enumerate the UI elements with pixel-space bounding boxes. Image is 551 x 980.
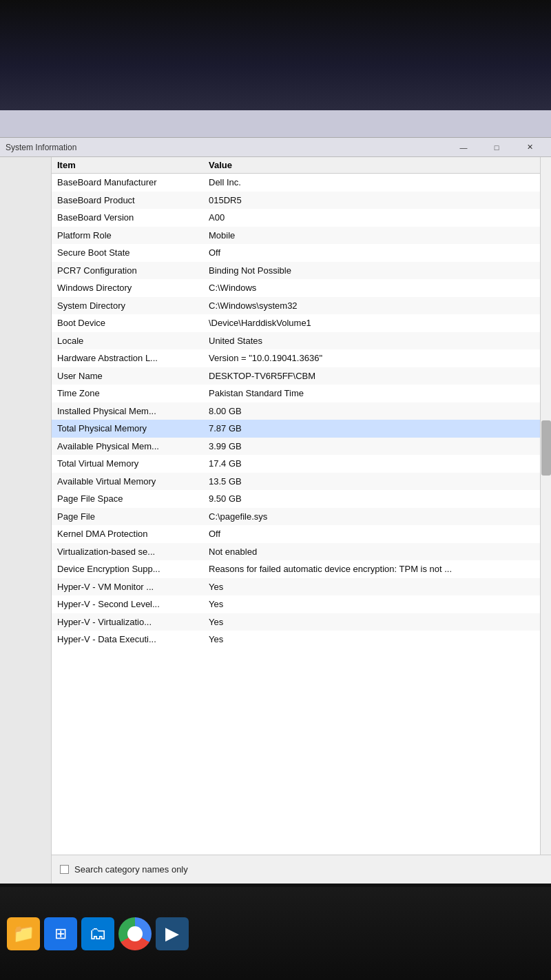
table-cell-item: Virtualization-based se...	[52, 543, 203, 561]
table-row[interactable]: Page FileC:\pagefile.sys	[52, 508, 540, 526]
maximize-button[interactable]: □	[481, 141, 512, 154]
table-cell-value: 9.50 GB	[203, 490, 540, 508]
table-cell-value: Version = "10.0.19041.3636"	[203, 349, 540, 367]
table-cell-item: Hyper-V - Virtualizatio...	[52, 613, 203, 631]
table-cell-item: Hyper-V - Second Level...	[52, 595, 203, 613]
table-cell-value: 7.87 GB	[203, 420, 540, 438]
table-cell-value: Yes	[203, 631, 540, 649]
table-cell-value: Off	[203, 525, 540, 543]
table-cell-item: Available Physical Mem...	[52, 438, 203, 456]
table-row[interactable]: Hyper-V - Virtualizatio...Yes	[52, 613, 540, 631]
table-cell-item: Device Encryption Supp...	[52, 560, 203, 578]
taskbar-icon-chrome[interactable]	[118, 917, 152, 950]
table-cell-item: Kernel DMA Protection	[52, 525, 203, 543]
table-row[interactable]: BaseBoard ManufacturerDell Inc.	[52, 174, 540, 192]
table-row[interactable]: System DirectoryC:\Windows\system32	[52, 297, 540, 315]
table-cell-item: Locale	[52, 332, 203, 350]
table-cell-value: C:\pagefile.sys	[203, 508, 540, 526]
table-cell-value: C:\Windows	[203, 279, 540, 297]
taskbar-icon-file-explorer[interactable]: 📁	[7, 917, 40, 950]
table-row[interactable]: BaseBoard Product015DR5	[52, 192, 540, 210]
table-cell-value: \Device\HarddiskVolume1	[203, 314, 540, 332]
table-cell-item: Total Virtual Memory	[52, 455, 203, 473]
table-cell-item: PCR7 Configuration	[52, 262, 203, 280]
table-cell-item: Hyper-V - Data Executi...	[52, 631, 203, 649]
table-cell-item: Boot Device	[52, 314, 203, 332]
table-row[interactable]: Installed Physical Mem...8.00 GB	[52, 402, 540, 420]
table-row[interactable]: Time ZonePakistan Standard Time	[52, 385, 540, 402]
table-row[interactable]: Secure Boot StateOff	[52, 244, 540, 262]
scrollbar-thumb[interactable]	[541, 420, 551, 476]
table-cell-value: DESKTOP-TV6R5FF\CBM	[203, 367, 540, 385]
table-cell-item: BaseBoard Version	[52, 209, 203, 227]
table-cell-value: Pakistan Standard Time	[203, 385, 540, 402]
table-cell-item: Page File Space	[52, 490, 203, 508]
taskbar-icon-file-manager[interactable]: 🗂	[81, 917, 114, 950]
table-cell-item: Secure Boot State	[52, 244, 203, 262]
table-row[interactable]: Hardware Abstraction L...Version = "10.0…	[52, 349, 540, 367]
table-cell-value: Off	[203, 244, 540, 262]
table-row[interactable]: Hyper-V - VM Monitor ...Yes	[52, 578, 540, 596]
table-header-row: Item Value	[52, 157, 540, 174]
table-cell-value: 3.99 GB	[203, 438, 540, 456]
table-cell-value: United States	[203, 332, 540, 350]
table-cell-item: Available Virtual Memory	[52, 473, 203, 491]
windows-start-icon: ⊞	[54, 925, 67, 943]
table-cell-item: BaseBoard Manufacturer	[52, 174, 203, 192]
table-row[interactable]: BaseBoard VersionA00	[52, 209, 540, 227]
file-explorer-icon: 📁	[12, 923, 34, 944]
close-button[interactable]: ✕	[514, 141, 545, 154]
minimize-button[interactable]: —	[448, 141, 479, 154]
table-row[interactable]: Available Virtual Memory13.5 GB	[52, 473, 540, 491]
table-row[interactable]: Virtualization-based se...Not enabled	[52, 543, 540, 561]
table-cell-item: User Name	[52, 367, 203, 385]
tree-sidebar	[0, 157, 52, 884]
taskbar: 📁 ⊞ 🗂 ▶	[0, 887, 551, 980]
table-cell-value: Dell Inc.	[203, 174, 540, 192]
table-container: Item Value BaseBoard ManufacturerDell In…	[52, 157, 540, 855]
window-title: System Information	[6, 143, 76, 152]
vertical-scrollbar[interactable]	[540, 157, 551, 855]
window-body: Item Value BaseBoard ManufacturerDell In…	[0, 157, 551, 884]
table-row[interactable]: Device Encryption Supp...Reasons for fai…	[52, 560, 540, 578]
table-cell-value: 8.00 GB	[203, 402, 540, 420]
table-row[interactable]: Platform RoleMobile	[52, 227, 540, 245]
table-row[interactable]: Kernel DMA ProtectionOff	[52, 525, 540, 543]
system-info-table: Item Value BaseBoard ManufacturerDell In…	[52, 157, 540, 649]
table-cell-item: Total Physical Memory	[52, 420, 203, 438]
table-row[interactable]: PCR7 ConfigurationBinding Not Possible	[52, 262, 540, 280]
table-row[interactable]: LocaleUnited States	[52, 332, 540, 350]
search-category-label: Search category names only	[74, 864, 188, 875]
table-cell-value: Mobile	[203, 227, 540, 245]
table-cell-value: Binding Not Possible	[203, 262, 540, 280]
table-cell-item: Platform Role	[52, 227, 203, 245]
table-cell-value: Reasons for failed automatic device encr…	[203, 560, 540, 578]
taskbar-icon-windows-start[interactable]: ⊞	[44, 917, 77, 950]
table-row[interactable]: Windows DirectoryC:\Windows	[52, 279, 540, 297]
column-header-item: Item	[52, 157, 203, 174]
table-cell-item: Hardware Abstraction L...	[52, 349, 203, 367]
table-cell-value: Yes	[203, 595, 540, 613]
table-row[interactable]: Hyper-V - Data Executi...Yes	[52, 631, 540, 649]
table-row[interactable]: Page File Space9.50 GB	[52, 490, 540, 508]
media-icon: ▶	[165, 923, 179, 944]
table-cell-value: C:\Windows\system32	[203, 297, 540, 315]
table-cell-item: BaseBoard Product	[52, 192, 203, 210]
table-row[interactable]: Total Physical Memory7.87 GB	[52, 420, 540, 438]
table-row[interactable]: Hyper-V - Second Level...Yes	[52, 595, 540, 613]
taskbar-icon-media[interactable]: ▶	[156, 917, 189, 950]
table-row[interactable]: Boot Device\Device\HarddiskVolume1	[52, 314, 540, 332]
table-cell-value: 17.4 GB	[203, 455, 540, 473]
table-cell-item: Hyper-V - VM Monitor ...	[52, 578, 203, 596]
table-cell-value: Not enabled	[203, 543, 540, 561]
table-row[interactable]: Total Virtual Memory17.4 GB	[52, 455, 540, 473]
search-bar: Search category names only	[52, 855, 551, 884]
table-row[interactable]: User NameDESKTOP-TV6R5FF\CBM	[52, 367, 540, 385]
file-manager-icon: 🗂	[89, 923, 107, 944]
table-cell-value: 015DR5	[203, 192, 540, 210]
table-row[interactable]: Available Physical Mem...3.99 GB	[52, 438, 540, 456]
search-category-checkbox[interactable]	[60, 865, 69, 874]
bezel-top	[0, 0, 551, 110]
chrome-icon	[127, 926, 143, 941]
main-window: System Information — □ ✕	[0, 138, 551, 884]
